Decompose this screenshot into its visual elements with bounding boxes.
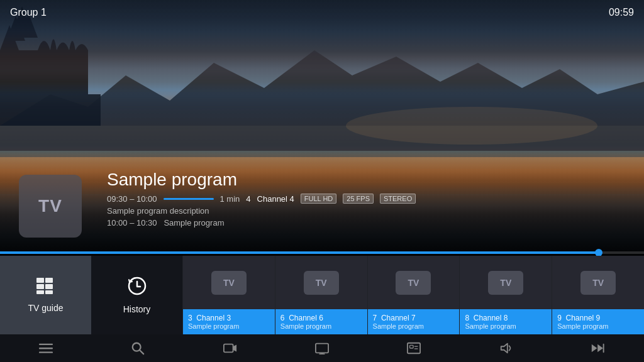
svg-marker-26	[501, 344, 507, 353]
channel-card-name-8: 8 Channel 8	[465, 314, 547, 322]
program-info: Sample program 09:30 – 10:00 1 min 4 Cha…	[107, 170, 416, 228]
tv-nav-icon[interactable]	[305, 336, 339, 360]
tv-guide-icon	[36, 277, 56, 299]
svg-rect-8	[36, 284, 44, 289]
menu-nav-icon[interactable]	[29, 336, 63, 360]
top-bar: Group 1 09:59	[0, 0, 644, 25]
badge-fullhd: FULL HD	[301, 194, 336, 204]
channel-card-program-3: Sample program	[188, 322, 270, 330]
channel-card-program-7: Sample program	[373, 322, 455, 330]
next-time: 10:00 – 10:30	[107, 218, 157, 228]
video-nav-icon[interactable]	[213, 336, 247, 360]
badge-stereo: STEREO	[380, 194, 416, 204]
program-title: Sample program	[107, 170, 416, 190]
program-time-row: 09:30 – 10:00 1 min 4 Channel 4 FULL HD …	[107, 194, 416, 204]
svg-marker-28	[597, 344, 603, 353]
search-nav-icon[interactable]	[121, 336, 155, 360]
tv-guide-button[interactable]: TV guide	[0, 256, 91, 334]
channel-logo-small-9: TV	[580, 271, 616, 295]
clock: 09:59	[609, 7, 634, 18]
svg-rect-6	[36, 278, 44, 283]
badge-fps: 25 FPS	[343, 194, 374, 204]
channel-number: 4	[246, 194, 250, 204]
channel-card-bottom-9: 9 Channel 9 Sample program	[552, 309, 644, 334]
next-program: 10:00 – 10:30 Sample program	[107, 218, 416, 228]
svg-rect-9	[45, 284, 53, 289]
group-label: Group 1	[10, 7, 47, 18]
svg-rect-7	[45, 278, 53, 283]
channel-card-name-3: 3 Channel 3	[188, 314, 270, 322]
channel-card-bottom-3: 3 Channel 3 Sample program	[183, 309, 275, 334]
svg-rect-11	[45, 290, 53, 294]
channel-logo-small-6: TV	[304, 271, 339, 295]
window-nav-icon[interactable]	[397, 336, 431, 360]
channel-card-name-6: 6 Channel 6	[280, 314, 362, 322]
progress-fill	[0, 251, 599, 254]
main-progress-bar	[0, 251, 644, 254]
channel-name: Channel 4	[257, 194, 294, 204]
channel-card-top-8: TV	[460, 256, 552, 309]
program-description: Sample program description	[107, 206, 416, 216]
svg-point-5	[346, 107, 597, 145]
svg-rect-14	[39, 348, 53, 349]
svg-rect-22	[408, 343, 420, 354]
tv-logo: TV	[38, 196, 62, 216]
tv-guide-label: TV guide	[28, 303, 63, 313]
channel-card-name-7: 7 Channel 7	[373, 314, 455, 322]
channel-logo-box: TV	[19, 175, 82, 238]
volume-nav-icon[interactable]	[489, 336, 523, 360]
channel-logo-small-8: TV	[488, 271, 523, 295]
svg-rect-10	[36, 290, 44, 294]
channel-card-bottom-6: 6 Channel 6 Sample program	[275, 309, 367, 334]
channel-card-top-3: TV	[183, 256, 275, 309]
svg-rect-18	[224, 344, 233, 353]
svg-rect-15	[39, 352, 53, 353]
channel-logo-small-7: TV	[396, 271, 431, 295]
svg-rect-19	[316, 344, 328, 353]
bottom-nav	[0, 334, 644, 362]
next-title: Sample program	[164, 218, 224, 228]
channel-card-program-6: Sample program	[280, 322, 362, 330]
history-label: History	[123, 304, 151, 314]
channel-card-3[interactable]: TV 3 Channel 3 Sample program	[182, 256, 275, 334]
duration: 1 min	[220, 194, 240, 204]
channel-card-bottom-8: 8 Channel 8 Sample program	[460, 309, 552, 334]
inline-progress	[164, 198, 214, 200]
svg-rect-23	[410, 345, 414, 348]
channel-card-top-9: TV	[552, 256, 644, 309]
channel-card-top-7: TV	[368, 256, 460, 309]
channel-card-top-6: TV	[275, 256, 367, 309]
channel-card-6[interactable]: TV 6 Channel 6 Sample program	[275, 256, 367, 334]
channel-card-program-8: Sample program	[465, 322, 547, 330]
channel-card-program-9: Sample program	[557, 322, 639, 330]
bottom-panel: TV guide History TV 3 Channel 3 Sample p…	[0, 256, 644, 334]
history-icon	[127, 276, 147, 300]
channel-card-8[interactable]: TV 8 Channel 8 Sample program	[459, 256, 552, 334]
forward-nav-icon[interactable]	[581, 336, 615, 360]
channel-card-bottom-7: 7 Channel 7 Sample program	[368, 309, 460, 334]
channel-card-9[interactable]: TV 9 Channel 9 Sample program	[552, 256, 644, 334]
svg-marker-27	[592, 344, 597, 353]
svg-line-17	[140, 350, 144, 354]
channel-card-7[interactable]: TV 7 Channel 7 Sample program	[367, 256, 460, 334]
channel-card-name-9: 9 Channel 9	[557, 314, 639, 322]
channel-logo-small-3: TV	[211, 271, 247, 295]
svg-rect-13	[39, 344, 53, 345]
channel-cards: TV 3 Channel 3 Sample program TV 6 Chann…	[182, 256, 644, 334]
time-range: 09:30 – 10:00	[107, 194, 157, 204]
history-button[interactable]: History	[91, 256, 182, 334]
